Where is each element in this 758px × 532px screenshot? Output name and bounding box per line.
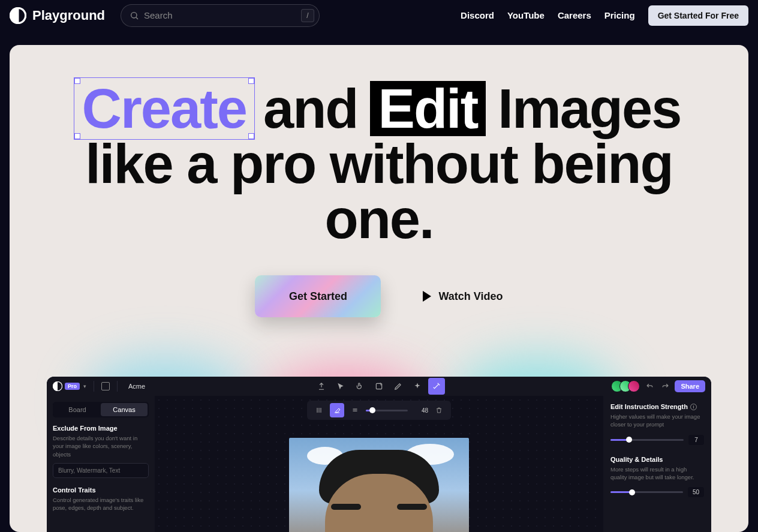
svg-line-3 — [136, 17, 138, 19]
logo[interactable]: Playground — [10, 7, 105, 24]
frame-icon[interactable] — [371, 378, 387, 395]
left-panel: Board Canvas Exclude From Image Describe… — [47, 396, 155, 532]
play-icon — [423, 291, 431, 302]
pro-badge: Pro — [65, 383, 80, 390]
headline-create: Create — [82, 78, 246, 139]
headline-line3: one. — [324, 191, 433, 247]
strength-value: 7 — [688, 435, 704, 445]
export-icon[interactable] — [313, 378, 330, 395]
search-box[interactable]: / — [121, 4, 320, 27]
wand-icon[interactable] — [428, 378, 445, 395]
right-panel: Edit Instruction Strength i Higher value… — [603, 396, 711, 532]
logo-icon — [10, 7, 26, 24]
workspace-name[interactable]: Acme — [128, 383, 145, 390]
nav-links: Discord YouTube Careers Pricing Get Star… — [461, 5, 748, 26]
nav-link-pricing[interactable]: Pricing — [604, 10, 635, 20]
tab-board[interactable]: Board — [54, 403, 101, 416]
svg-rect-5 — [376, 383, 381, 389]
topbar-right: Share — [611, 380, 705, 392]
info-icon[interactable]: i — [690, 404, 697, 410]
brand-name: Playground — [32, 8, 105, 23]
eraser-icon[interactable] — [330, 403, 344, 417]
slash-shortcut: / — [301, 9, 314, 22]
svg-rect-1 — [17, 9, 19, 22]
strength-slider[interactable] — [610, 439, 684, 441]
canvas-image[interactable] — [289, 438, 469, 532]
panel-toggle-icon[interactable] — [101, 382, 110, 390]
hand-icon[interactable] — [351, 378, 368, 395]
search-input[interactable] — [144, 10, 301, 20]
traits-section: Control Traits Control generated image's… — [53, 486, 149, 512]
redo-icon[interactable] — [659, 380, 671, 392]
strength-desc: Higher values will make your image close… — [610, 413, 704, 429]
quality-slider[interactable] — [610, 491, 683, 493]
watch-video-label: Watch Video — [438, 290, 503, 303]
tab-canvas[interactable]: Canvas — [101, 403, 148, 416]
brush-size-value: 48 — [411, 407, 428, 414]
headline-edit-box: Edit — [370, 81, 486, 136]
canvas-area[interactable]: 48 — [155, 396, 603, 532]
headline-and: and — [263, 81, 358, 136]
exclude-input[interactable] — [53, 463, 149, 478]
brush-size-slider[interactable] — [366, 410, 408, 411]
watch-video-button[interactable]: Watch Video — [423, 290, 503, 303]
traits-desc: Control generated image's traits like po… — [53, 496, 149, 512]
app-body: Board Canvas Exclude From Image Describe… — [47, 396, 711, 532]
svg-point-2 — [131, 12, 137, 17]
share-button[interactable]: Share — [675, 380, 705, 392]
trash-icon[interactable] — [432, 403, 446, 417]
exclude-desc: Describe details you don't want in your … — [53, 434, 149, 458]
toolbar — [313, 378, 445, 395]
app-logo-icon — [53, 381, 62, 391]
quality-title: Quality & Details — [610, 456, 704, 463]
headline-edit: Edit — [378, 78, 478, 139]
avatar — [628, 380, 640, 392]
strength-title: Edit Instruction Strength i — [610, 403, 704, 410]
nav-link-careers[interactable]: Careers — [558, 10, 591, 20]
app-screenshot: Pro ▾ Acme — [47, 377, 711, 532]
get-started-button[interactable]: Get Started — [255, 275, 381, 317]
brush-adjust-icon[interactable] — [312, 403, 326, 417]
quality-slider-row: 50 — [610, 487, 704, 497]
headline-line2: like a pro without being — [85, 136, 672, 191]
chevron-down-icon: ▾ — [83, 383, 86, 389]
create-selection-box: Create — [77, 81, 251, 136]
traits-title: Control Traits — [53, 486, 149, 494]
brush-toolbar: 48 — [307, 401, 451, 420]
pen-icon[interactable] — [390, 378, 407, 395]
hero-card: Create and Edit Images like a pro withou… — [10, 45, 748, 532]
panel-tabs: Board Canvas — [53, 402, 149, 417]
cursor-icon[interactable] — [332, 378, 349, 395]
exclude-section: Exclude From Image Describe details you … — [53, 425, 149, 478]
top-nav: Playground / Discord YouTube Careers Pri… — [0, 0, 758, 31]
quality-value: 50 — [688, 487, 704, 497]
exclude-title: Exclude From Image — [53, 425, 149, 432]
headline: Create and Edit Images like a pro withou… — [10, 45, 748, 247]
headline-images: Images — [498, 81, 681, 136]
sparkle-icon[interactable] — [409, 378, 426, 395]
strength-slider-row: 7 — [610, 435, 704, 445]
collaborator-avatars[interactable] — [611, 380, 640, 392]
undo-icon[interactable] — [643, 380, 655, 392]
get-started-free-button[interactable]: Get Started For Free — [648, 5, 748, 26]
app-logo[interactable]: Pro ▾ — [53, 381, 86, 391]
list-icon[interactable] — [348, 403, 362, 417]
search-icon — [130, 11, 139, 20]
hero-buttons: Get Started Watch Video — [10, 275, 748, 317]
quality-desc: More steps will result in a high quality… — [610, 465, 704, 482]
nav-link-discord[interactable]: Discord — [461, 10, 494, 20]
nav-link-youtube[interactable]: YouTube — [507, 10, 545, 20]
app-topbar: Pro ▾ Acme — [47, 377, 711, 396]
